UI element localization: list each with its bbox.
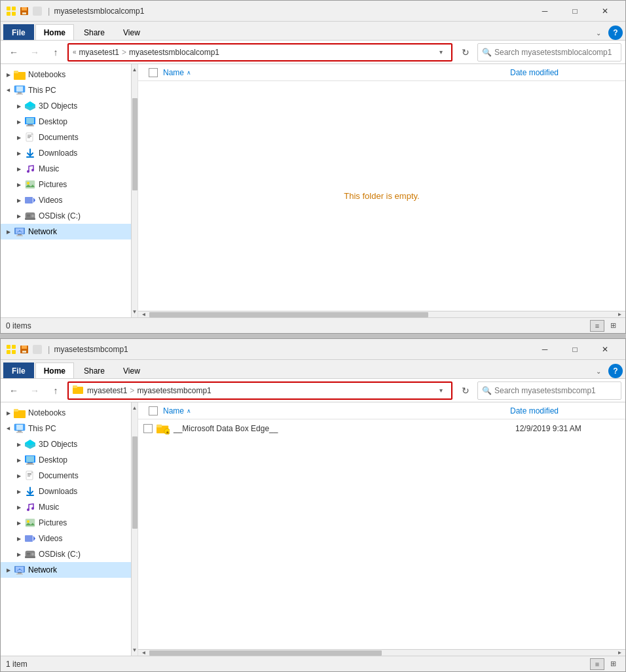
refresh-button-2[interactable]: ↻ <box>456 381 475 400</box>
large-icon-view-btn-1[interactable]: ⊞ <box>606 320 620 332</box>
tab-view-2[interactable]: View <box>115 363 149 378</box>
col-date-header-2[interactable]: Date modified <box>510 406 615 416</box>
svg-rect-13 <box>16 86 23 92</box>
sidebar-item-notebooks-2[interactable]: ▶ Notebooks <box>1 405 131 421</box>
refresh-button-1[interactable]: ↻ <box>456 43 475 62</box>
desktop-icon-2 <box>24 454 36 466</box>
sidebar-item-downloads-2[interactable]: ▶ Downloads <box>1 484 131 499</box>
search-input-1[interactable] <box>494 48 617 57</box>
view-buttons-2[interactable]: ≡ ⊞ <box>590 658 620 670</box>
sidebar-vscroll-2[interactable]: ▲ ▼ <box>131 402 138 656</box>
sidebar-item-notebooks-1[interactable]: ▶ Notebooks <box>1 67 131 82</box>
svg-rect-71 <box>28 476 30 476</box>
tab-home-1[interactable]: Home <box>35 24 74 40</box>
sidebar-label-pictures-1: Pictures <box>39 180 67 189</box>
sidebar-item-videos-1[interactable]: ▶ Videos <box>1 192 131 208</box>
scroll-down-1[interactable]: ▼ <box>132 306 138 317</box>
sidebar-item-3d-1[interactable]: ▶ 3D Objects <box>1 98 131 114</box>
sidebar-item-videos-2[interactable]: ▶ Videos <box>1 531 131 546</box>
sidebar-item-docs-2[interactable]: ▶ Documents <box>1 468 131 484</box>
up-button-1[interactable]: ↑ <box>46 43 65 62</box>
h-scroll-2[interactable]: ◄ ► <box>138 649 625 656</box>
sidebar-item-3d-2[interactable]: ▶ 3D Objects <box>1 436 131 452</box>
sidebar-item-network-2[interactable]: ▶ Network <box>1 562 131 578</box>
window-title-1: myasetestsmblocalcomp1 <box>54 7 530 16</box>
view-buttons-1[interactable]: ≡ ⊞ <box>590 320 620 332</box>
close-button-2[interactable]: ✕ <box>590 339 620 360</box>
col-date-header-1[interactable]: Date modified <box>510 68 615 77</box>
tab-file-2[interactable]: File <box>3 363 34 378</box>
sidebar-item-pictures-1[interactable]: ▶ Pictures <box>1 177 131 192</box>
search-input-2[interactable] <box>494 386 617 395</box>
minimize-button-1[interactable]: ─ <box>530 1 560 22</box>
scroll-thumb-1 <box>132 98 138 190</box>
h-scroll-right-2[interactable]: ► <box>614 650 625 656</box>
select-all-checkbox-2[interactable] <box>149 406 158 416</box>
sidebar-item-osdisk-2[interactable]: ▶ OSDisk (C:) <box>1 546 131 562</box>
details-view-btn-1[interactable]: ≡ <box>590 320 604 332</box>
sidebar-item-docs-1[interactable]: ▶ Documents <box>1 130 131 145</box>
expand-arrow-3d-2: ▶ <box>14 439 24 450</box>
svg-rect-29 <box>26 181 35 188</box>
h-scroll-track-2[interactable] <box>149 650 614 656</box>
ribbon-collapse-2[interactable]: ⌄ <box>591 364 606 378</box>
up-button-2[interactable]: ↑ <box>46 381 65 400</box>
address-dropdown-1[interactable]: ▾ <box>434 46 447 59</box>
forward-button-2[interactable]: → <box>26 381 44 400</box>
scroll-track-2[interactable] <box>132 414 138 645</box>
scroll-up-1[interactable]: ▲ <box>132 64 138 75</box>
col-name-header-1[interactable]: Name ∧ <box>163 68 510 77</box>
h-scroll-left-2[interactable]: ◄ <box>138 650 149 656</box>
tab-view-1[interactable]: View <box>115 24 149 40</box>
expand-arrow-network-1: ▶ <box>3 226 14 237</box>
scroll-up-2[interactable]: ▲ <box>132 402 138 414</box>
details-view-btn-2[interactable]: ≡ <box>590 658 604 670</box>
scroll-down-2[interactable]: ▼ <box>132 645 138 656</box>
back-button-1[interactable]: ← <box>5 43 23 62</box>
ribbon-collapse-1[interactable]: ⌄ <box>591 26 606 40</box>
tab-home-2[interactable]: Home <box>35 363 74 378</box>
sidebar-vscroll-1[interactable]: ▲ ▼ <box>131 64 138 317</box>
sidebar-item-music-1[interactable]: ▶ Music <box>1 161 131 177</box>
tab-share-1[interactable]: Share <box>75 24 113 40</box>
large-icon-view-btn-2[interactable]: ⊞ <box>606 658 620 670</box>
h-scroll-right-1[interactable]: ► <box>614 311 625 318</box>
address-part1-1: myasetest1 <box>79 48 119 57</box>
file-checkbox-1[interactable] <box>143 424 153 433</box>
window-controls-2[interactable]: ─ □ ✕ <box>530 339 620 360</box>
content-header-2: Name ∧ Date modified <box>138 402 625 419</box>
tab-share-2[interactable]: Share <box>75 363 113 378</box>
maximize-button-1[interactable]: □ <box>560 1 590 22</box>
help-button-1[interactable]: ? <box>608 26 623 40</box>
address-sep-2: > <box>130 386 134 395</box>
sidebar-item-desktop-2[interactable]: ▶ Desktop <box>1 452 131 468</box>
sidebar-item-thispc-1[interactable]: ▼ This PC <box>1 82 131 98</box>
address-dropdown-2[interactable]: ▾ <box>434 384 447 397</box>
h-scroll-track-1[interactable] <box>149 311 614 318</box>
minimize-button-2[interactable]: ─ <box>530 339 560 360</box>
address-bar-1[interactable]: « myasetest1 > myasetestsmblocalcomp1 ▾ <box>67 43 452 62</box>
window-controls-1[interactable]: ─ □ ✕ <box>530 1 620 22</box>
h-scroll-1[interactable]: ◄ ► <box>138 311 625 317</box>
scroll-track-1[interactable] <box>132 75 138 306</box>
forward-button-1[interactable]: → <box>26 43 44 62</box>
table-row[interactable]: ★ __Microsoft Data Box Edge__ 12/9/2019 … <box>138 419 625 438</box>
tab-file-1[interactable]: File <box>3 24 34 40</box>
help-button-2[interactable]: ? <box>608 364 623 378</box>
sidebar-item-pictures-2[interactable]: ▶ Pictures <box>1 515 131 531</box>
sidebar-item-downloads-1[interactable]: ▶ Downloads <box>1 145 131 161</box>
col-name-header-2[interactable]: Name ∧ <box>163 406 510 416</box>
sidebar-item-music-2[interactable]: ▶ Music <box>1 499 131 515</box>
sidebar-item-desktop-1[interactable]: ▶ Desktop <box>1 114 131 130</box>
sidebar-item-network-1[interactable]: ▶ Network <box>1 224 131 239</box>
close-button-1[interactable]: ✕ <box>590 1 620 22</box>
nav-bar-1: ← → ↑ « myasetest1 > myasetestsmblocalco… <box>1 41 625 64</box>
sidebar-item-thispc-2[interactable]: ▼ This PC <box>1 421 131 436</box>
sidebar-item-osdisk-1[interactable]: ▶ OSDisk (C:) <box>1 208 131 224</box>
h-scroll-left-1[interactable]: ◄ <box>138 311 149 318</box>
back-button-2[interactable]: ← <box>5 381 23 400</box>
address-bar-2[interactable]: myasetest1 > myasetestsmbcomp1 ▾ <box>67 381 452 400</box>
select-all-checkbox-1[interactable] <box>149 68 158 77</box>
maximize-button-2[interactable]: □ <box>560 339 590 360</box>
pc-icon-1 <box>14 84 26 96</box>
